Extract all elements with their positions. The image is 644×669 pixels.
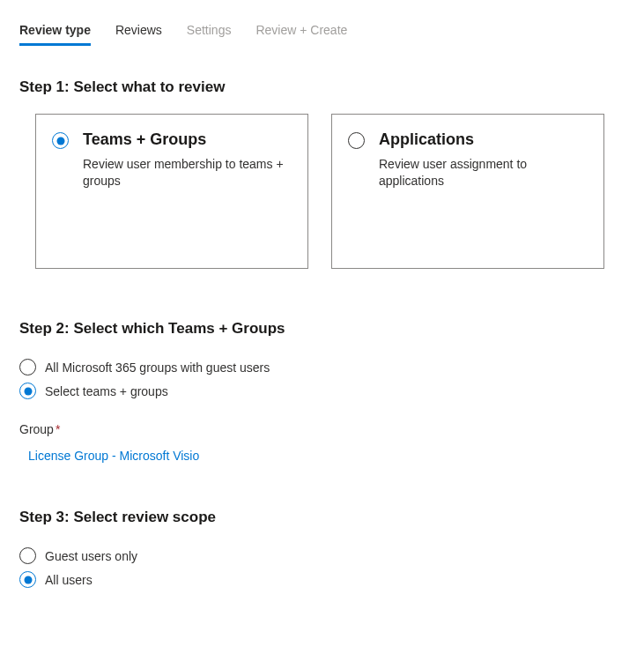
step-2-title: Step 2: Select which Teams + Groups (19, 320, 625, 338)
radio-label: Guest users only (45, 549, 137, 563)
card-desc: Review user membership to teams + groups (83, 156, 292, 190)
step-1-title: Step 1: Select what to review (19, 78, 625, 96)
card-title: Teams + Groups (83, 130, 292, 149)
step-3-title: Step 3: Select review scope (19, 509, 625, 526)
review-target-cards: Teams + Groups Review user membership to… (19, 114, 625, 269)
step-1-section: Step 1: Select what to review Teams + Gr… (19, 78, 625, 269)
tab-review-create: Review + Create (255, 18, 347, 46)
card-body: Teams + Groups Review user membership to… (83, 130, 292, 243)
radio-all-users[interactable]: All users (19, 568, 625, 591)
step-3-section: Step 3: Select review scope Guest users … (19, 509, 625, 591)
radio-icon (19, 547, 36, 564)
card-title: Applications (379, 130, 588, 149)
teams-groups-scope-radios: All Microsoft 365 groups with guest user… (19, 355, 625, 403)
tab-review-type[interactable]: Review type (19, 18, 91, 46)
card-desc: Review user assignment to applications (379, 156, 588, 190)
radio-icon (348, 132, 365, 149)
radio-all-m365-groups[interactable]: All Microsoft 365 groups with guest user… (19, 355, 625, 379)
card-applications[interactable]: Applications Review user assignment to a… (331, 114, 604, 269)
tab-reviews[interactable]: Reviews (115, 18, 162, 46)
radio-label: Select teams + groups (45, 384, 168, 398)
card-body: Applications Review user assignment to a… (379, 130, 588, 243)
radio-icon (52, 132, 69, 149)
radio-icon (19, 383, 36, 399)
card-teams-groups[interactable]: Teams + Groups Review user membership to… (35, 114, 308, 269)
wizard-tabs: Review type Reviews Settings Review + Cr… (19, 18, 625, 47)
radio-icon (19, 571, 36, 588)
review-scope-radios: Guest users only All users (19, 544, 625, 591)
selected-group-link[interactable]: License Group - Microsoft Visio (19, 449, 199, 463)
radio-guest-users-only[interactable]: Guest users only (19, 544, 625, 568)
tab-settings: Settings (187, 18, 232, 46)
required-asterisk: * (56, 422, 60, 436)
group-field-label: Group* (19, 422, 625, 436)
radio-select-teams-groups[interactable]: Select teams + groups (19, 379, 625, 403)
radio-label: All Microsoft 365 groups with guest user… (45, 361, 270, 375)
radio-label: All users (45, 573, 93, 587)
step-2-section: Step 2: Select which Teams + Groups All … (19, 320, 625, 463)
radio-icon (19, 359, 36, 375)
